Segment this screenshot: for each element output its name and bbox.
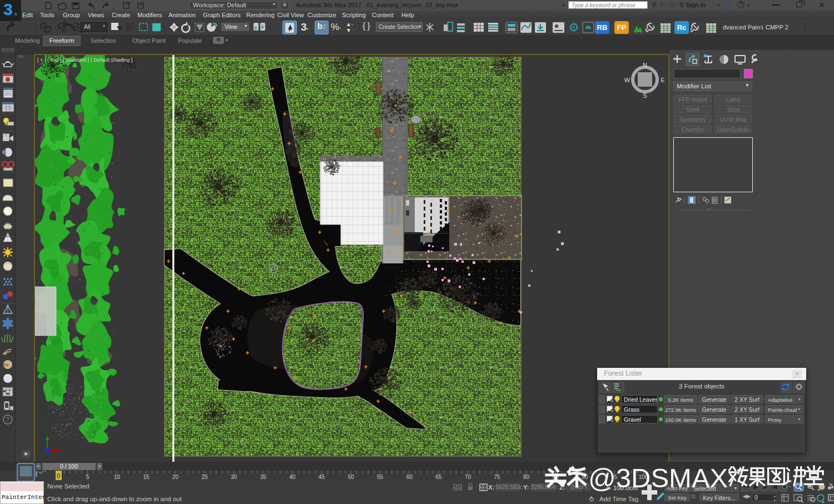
svg-text:60: 60 — [406, 474, 413, 480]
svg-text:25: 25 — [201, 474, 208, 480]
svg-text:10: 10 — [114, 474, 121, 480]
svg-text:S: S — [643, 92, 647, 99]
svg-text:E: E — [661, 77, 664, 83]
svg-text:5: 5 — [86, 474, 90, 480]
svg-text:20: 20 — [172, 474, 179, 480]
svg-text:W: W — [624, 77, 631, 83]
svg-text:75: 75 — [494, 474, 500, 480]
svg-text:80: 80 — [523, 474, 530, 480]
svg-text:40: 40 — [289, 474, 296, 480]
svg-text:15: 15 — [143, 474, 150, 480]
svg-text:@3DSMAX: @3DSMAX — [588, 463, 728, 493]
svg-text:HF: HF — [4, 350, 9, 353]
svg-text:50: 50 — [348, 474, 354, 480]
svg-text:[ + ] [ Top ] [ Standard ] [ D: [ + ] [ Top ] [ Standard ] [ Default Sha… — [37, 57, 132, 63]
svg-text:70: 70 — [465, 474, 471, 480]
svg-text:35: 35 — [260, 474, 267, 480]
svg-text:55: 55 — [377, 474, 384, 480]
svg-text:45: 45 — [319, 474, 325, 480]
svg-text:65: 65 — [435, 474, 442, 480]
svg-text:?: ? — [6, 417, 9, 423]
svg-text:0: 0 — [57, 473, 60, 479]
svg-text:N: N — [643, 62, 647, 68]
svg-text:0x: 0x — [4, 362, 8, 367]
svg-text:30: 30 — [231, 474, 237, 480]
